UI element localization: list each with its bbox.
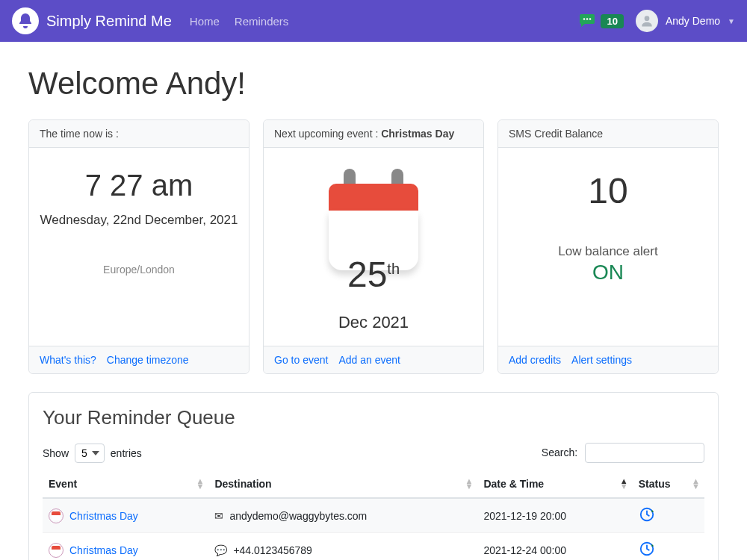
card-time: The time now is : 7 27 am Wednesday, 22n… [28, 119, 249, 374]
search-input[interactable] [585, 443, 704, 463]
search-label: Search: [542, 447, 577, 458]
datetime-value: 2021-12-19 20:00 [477, 498, 632, 533]
length-control: Show 5 entries [43, 444, 142, 463]
notifications[interactable]: 10 [578, 11, 623, 31]
col-event[interactable]: Event▲▼ [43, 470, 208, 498]
event-link[interactable]: Christmas Day [49, 508, 138, 523]
reminder-table: Event▲▼ Destination▲▼ Date & Time▲▼ Stat… [43, 470, 704, 560]
alert-settings-link[interactable]: Alert settings [571, 354, 632, 366]
col-datetime[interactable]: Date & Time▲▼ [477, 470, 632, 498]
chevron-down-icon: ▼ [728, 17, 735, 25]
navbar: Simply Remind Me Home Reminders 10 Andy … [0, 0, 747, 42]
user-name: Andy Demo [666, 15, 720, 27]
credit-balance: 10 [588, 170, 627, 211]
svg-point-3 [645, 16, 650, 21]
change-timezone-link[interactable]: Change timezone [107, 354, 189, 366]
nav-home[interactable]: Home [190, 15, 220, 28]
page-title: Welcome Andy! [28, 66, 719, 102]
destination-value: andydemo@waggybytes.com [229, 510, 367, 522]
svg-point-2 [589, 18, 592, 20]
nav-links: Home Reminders [190, 15, 289, 28]
brand[interactable]: Simply Remind Me [12, 7, 172, 34]
avatar-icon [636, 10, 658, 32]
card-sms-credit: SMS Credit Balance 10 Low balance alert … [498, 119, 719, 374]
add-credits-link[interactable]: Add credits [509, 354, 561, 366]
chat-icon [578, 11, 596, 31]
add-event-link[interactable]: Add an event [338, 354, 400, 366]
go-to-event-link[interactable]: Go to event [274, 354, 328, 366]
event-day: 25th [347, 254, 400, 295]
calendar-mini-icon [49, 543, 63, 558]
notification-count: 10 [601, 14, 623, 28]
reminder-queue-panel: Your Reminder Queue Show 5 entries Searc… [28, 392, 719, 560]
event-link[interactable]: Christmas Day [49, 543, 138, 558]
card-upcoming-event: Next upcoming event : Christmas Day 25th… [263, 119, 484, 374]
table-row: Christmas Day ✉andydemo@waggybytes.com 2… [43, 498, 704, 533]
current-time: 7 27 am [85, 169, 193, 202]
timezone: Europe/London [103, 264, 175, 276]
scheduled-icon [639, 513, 655, 525]
col-destination[interactable]: Destination▲▼ [208, 470, 477, 498]
destination-value: +44.0123456789 [233, 544, 312, 556]
upcoming-event-name: Christmas Day [381, 128, 454, 140]
scheduled-icon [639, 547, 655, 559]
svg-point-0 [583, 18, 586, 20]
low-balance-label: Low balance alert [558, 244, 657, 259]
page-length-select[interactable]: 5 [75, 444, 105, 463]
bell-logo-icon [12, 7, 39, 34]
card-event-header: Next upcoming event : Christmas Day [264, 120, 483, 148]
brand-text: Simply Remind Me [46, 13, 172, 30]
search-control: Search: [542, 443, 704, 463]
col-status[interactable]: Status▲▼ [633, 470, 704, 498]
whats-this-link[interactable]: What's this? [40, 354, 96, 366]
card-time-header: The time now is : [29, 120, 249, 148]
svg-point-1 [586, 18, 589, 20]
speech-bubble-icon: 💬 [214, 544, 227, 556]
user-menu[interactable]: Andy Demo ▼ [636, 10, 735, 32]
card-credit-header: SMS Credit Balance [498, 120, 718, 148]
current-date: Wednesday, 22nd December, 2021 [40, 213, 238, 228]
calendar-mini-icon [49, 508, 63, 523]
table-row: Christmas Day 💬+44.0123456789 2021-12-24… [43, 533, 704, 561]
event-month-year: Dec 2021 [338, 313, 409, 332]
reminder-queue-title: Your Reminder Queue [43, 406, 704, 429]
datetime-value: 2021-12-24 00:00 [477, 533, 632, 561]
low-balance-state: ON [592, 261, 624, 284]
nav-reminders[interactable]: Reminders [235, 15, 289, 28]
envelope-icon: ✉ [214, 510, 223, 522]
